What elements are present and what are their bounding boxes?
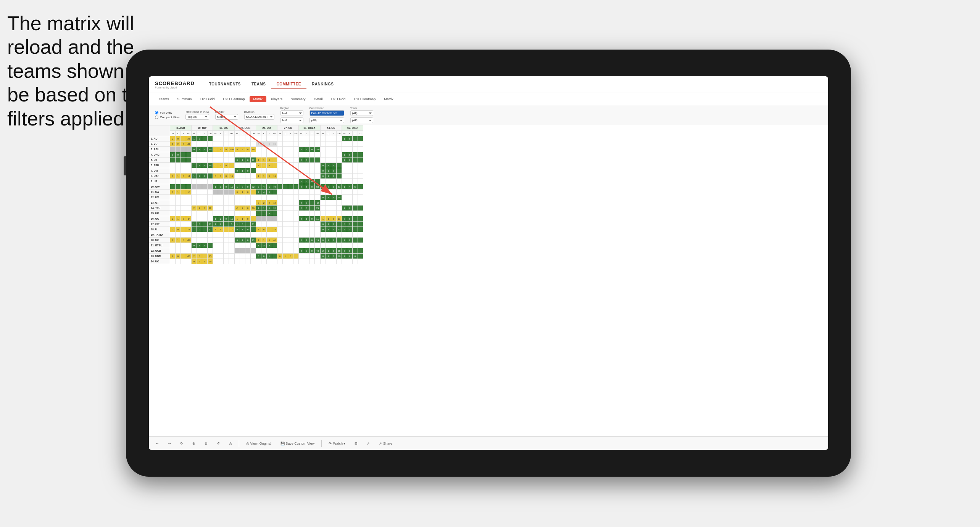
table-cell [251, 190, 256, 195]
table-cell [224, 157, 229, 163]
sub-nav-summary2[interactable]: Summary [287, 96, 309, 102]
region-select2[interactable]: N/A [280, 117, 303, 123]
sub-nav-matrix2[interactable]: Matrix [380, 96, 397, 102]
save-view-btn[interactable]: 💾 Save Custom View [278, 440, 317, 447]
sub-nav-players[interactable]: Players [267, 96, 286, 102]
table-cell: 1 [256, 227, 261, 232]
zoom-fit-btn[interactable]: ⊕ [190, 440, 198, 447]
row-label: 1. AU [149, 136, 170, 141]
uw-dif: Dif [208, 131, 213, 136]
table-cell [202, 152, 208, 157]
table-cell [283, 206, 288, 211]
table-cell: 0 [224, 174, 229, 179]
table-cell [218, 232, 224, 238]
table-cell [331, 232, 337, 238]
refresh-btn[interactable]: ⟳ [178, 440, 185, 447]
nav-item-rankings[interactable]: RANKINGS [306, 80, 339, 89]
table-cell [277, 232, 283, 238]
table-cell: 0 [347, 238, 353, 243]
table-cell: 0 [347, 136, 353, 141]
table-cell: 1 [256, 174, 261, 179]
table-cell: 1 [240, 190, 245, 195]
table-cell [299, 152, 304, 157]
undo-btn[interactable]: ↩ [153, 440, 161, 447]
table-cell [176, 206, 181, 211]
nav-item-tournaments[interactable]: TOURNAMENTS [204, 80, 246, 89]
sub-nav-detail[interactable]: Detail [310, 96, 327, 102]
table-cell [347, 243, 353, 248]
table-cell [309, 254, 315, 259]
table-cell: 1 [342, 254, 347, 259]
table-cell [202, 248, 208, 254]
table-cell [358, 174, 363, 179]
table-cell [342, 232, 347, 238]
table-cell: 12 [272, 200, 277, 206]
team-label: Team [350, 107, 373, 109]
table-cell: 0 [321, 168, 326, 174]
gender-select[interactable]: Men's Women's [215, 114, 238, 120]
table-row: 19. TAMU [149, 232, 363, 238]
toolbar-sep1 [239, 440, 239, 447]
reset-btn[interactable]: ↺ [214, 440, 222, 447]
table-cell: 0 [197, 227, 202, 232]
row-label: 18. U [149, 227, 170, 232]
nav-item-committee[interactable]: COMMITTEE [271, 80, 307, 89]
sub-nav-matrix[interactable]: Matrix [250, 96, 267, 102]
sub-nav-h2h-heatmap[interactable]: H2H Heatmap [219, 96, 249, 102]
table-cell [331, 157, 337, 163]
full-view-radio-label[interactable]: Full View [155, 111, 179, 114]
table-cell [342, 190, 347, 195]
team-select2[interactable]: (All) [350, 117, 373, 123]
sub-header-row: W L T Dif W L T Dif W L T [149, 131, 363, 136]
table-cell [277, 168, 283, 174]
division-select[interactable]: NCAA Division I [244, 114, 274, 120]
table-cell [353, 136, 358, 141]
table-cell [283, 243, 288, 248]
watch-btn[interactable]: 👁 Watch ▾ [326, 440, 348, 447]
view-original-btn[interactable]: ◎ View: Original [244, 440, 274, 447]
redo-btn[interactable]: ↪ [166, 440, 173, 447]
sub-nav-h2h-heatmap2[interactable]: H2H Heatmap [350, 96, 379, 102]
table-cell [358, 211, 363, 216]
nav-item-teams[interactable]: TEAMS [246, 80, 271, 89]
sub-nav-teams[interactable]: Teams [155, 96, 173, 102]
table-cell: 0 [309, 248, 315, 254]
conference-select2[interactable]: (All) [309, 117, 344, 123]
matrix-area[interactable]: 3. ASU 10. UW 11. UA 22. UCB 24. UO 27. … [149, 125, 828, 436]
table-cell [218, 254, 224, 259]
table-row: 7. UM010010 [149, 168, 363, 174]
timer-btn[interactable]: ◎ [227, 440, 234, 447]
table-cell [315, 136, 321, 141]
table-cell [309, 152, 315, 157]
table-cell: 29 [315, 206, 321, 211]
share-btn[interactable]: ↗ Share [377, 440, 395, 447]
table-cell: 0 [181, 174, 186, 179]
table-cell: 0 [235, 168, 240, 174]
region-select[interactable]: N/A [280, 110, 303, 116]
sub-nav-summary[interactable]: Summary [174, 96, 196, 102]
compact-view-radio[interactable] [155, 116, 158, 119]
table-cell: 1 [267, 184, 272, 190]
conference-select[interactable]: Pac-12 Conference [309, 110, 344, 116]
table-cell: 0 [181, 141, 186, 147]
table-cell [283, 136, 288, 141]
table-cell [304, 227, 309, 232]
table-cell [181, 243, 186, 248]
table-cell [309, 206, 315, 211]
table-cell [240, 243, 245, 248]
full-view-radio[interactable] [155, 111, 158, 114]
table-cell [277, 227, 283, 232]
sub-nav-h2h-grid[interactable]: H2H Grid [197, 96, 219, 102]
table-cell [170, 232, 176, 238]
table-cell [261, 216, 267, 222]
compact-view-radio-label[interactable]: Compact View [155, 116, 179, 119]
sub-nav-h2h-grid2[interactable]: H2H Grid [327, 96, 350, 102]
layout-btn[interactable]: ⊞ [352, 440, 360, 447]
table-cell [331, 211, 337, 216]
fullscreen-btn[interactable]: ⤢ [364, 440, 372, 447]
team-select[interactable]: (All) [350, 110, 373, 116]
table-cell [293, 190, 299, 195]
zoom-out-btn[interactable]: ⊖ [202, 440, 210, 447]
table-cell [197, 248, 202, 254]
max-teams-select[interactable]: Top 25 Top 50 [185, 114, 209, 120]
